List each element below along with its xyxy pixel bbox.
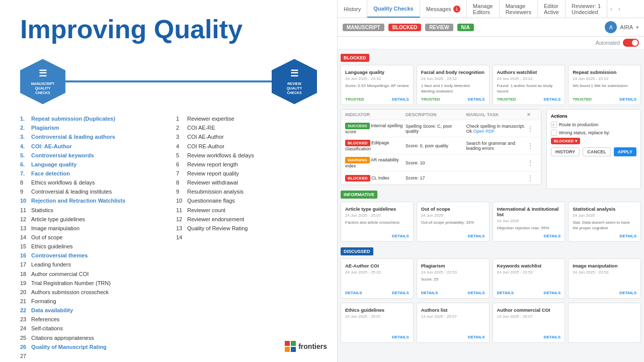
- card-out-of-scope-title: Out of scope: [421, 206, 485, 212]
- cancel-button[interactable]: CANCEL: [583, 147, 611, 156]
- tab-messages[interactable]: Messages 1: [420, 0, 467, 18]
- actions-box: Actions ✓ Route to production Wrong stat…: [546, 109, 641, 189]
- card-ae-author-coi-detail-l[interactable]: DETAILS: [345, 291, 362, 295]
- card-plagiarism-date: 24 Jun 2025 - 23:53: [421, 270, 485, 275]
- ar-desc: Score: 10: [406, 160, 466, 165]
- card-facial-details[interactable]: DETAILS: [468, 97, 485, 102]
- card-authors-watchlist-date: 24 Jun 2025 - 23:22: [497, 76, 561, 81]
- card-article-type-details[interactable]: DETAILS: [392, 234, 409, 238]
- card-language-quality-footer: TRUSTED DETAILS: [345, 97, 409, 102]
- list-item: 14Out of scope: [20, 233, 161, 242]
- username: AIRA: [620, 24, 633, 30]
- tab-reviewer[interactable]: Reviewer: 1Undecided: [566, 0, 607, 18]
- card-repeat-details[interactable]: DETAILS: [619, 97, 636, 102]
- detail-row-cl: BLOCKED CL Index Score: 17 ⋮: [341, 171, 541, 185]
- route-label: Route to production: [559, 122, 599, 127]
- card-image-manipulation-title: Image manipulation: [573, 263, 636, 268]
- list-item: 21Formating: [20, 297, 161, 306]
- tab-manage-reviewers[interactable]: ManageReviewers: [500, 0, 538, 18]
- automated-row: Automated: [338, 37, 644, 49]
- card-facial-footer: TRUSTED DETAILS: [421, 97, 485, 102]
- list-item: 9Resubmission analysis: [176, 187, 317, 196]
- avatar: A: [605, 21, 617, 33]
- card-keywords-watchlist-detail-l[interactable]: DETAILS: [497, 291, 514, 295]
- card-language-trusted[interactable]: TRUSTED: [345, 97, 364, 102]
- card-language-quality-body: Score: 0.52 Misspellings: AP review: [345, 83, 409, 88]
- row-menu-spelling[interactable]: ⋮: [527, 125, 537, 133]
- row-menu-ar[interactable]: ⋮: [527, 159, 537, 167]
- row-menu-editpage[interactable]: ⋮: [527, 142, 537, 150]
- list-item: 22Data availability: [20, 306, 161, 315]
- card-repeat-submission-body: We found 1 title for submission: [573, 83, 636, 88]
- manuscript-list: 1.Repeat submission (Duplicates) 2.Plagi…: [20, 114, 161, 360]
- action-buttons: HISTORY CANCEL APPLY: [551, 147, 636, 156]
- automated-toggle[interactable]: [623, 39, 639, 47]
- checkbox-route[interactable]: ✓: [551, 122, 557, 128]
- tab-editor-active[interactable]: EditorActive: [538, 0, 566, 18]
- card-plagiarism-detail-r[interactable]: DETAILS: [468, 291, 485, 295]
- card-repeat-submission: Repeat submission 24 Jun 2025 - 23:22 We…: [568, 65, 641, 105]
- card-image-manipulation: Image manipulation 24 Jun 2025 - 23:53 D…: [568, 258, 641, 299]
- card-author-commercial-coi: Author commercial COI 14 Jun 2025 - 25:0…: [493, 303, 566, 343]
- card-language-quality-title: Language quality: [345, 69, 409, 75]
- card-international-details[interactable]: DETAILS: [544, 234, 561, 238]
- card-out-of-scope-details[interactable]: DETAILS: [468, 234, 485, 238]
- tab-reviewer-label: Reviewer: 1Undecided: [572, 3, 601, 15]
- history-button[interactable]: HISTORY: [551, 147, 580, 156]
- card-ae-author-coi-date: 24 Jun 2025 - 25:22: [345, 270, 409, 275]
- card-keywords-watchlist-detail-r[interactable]: DETAILS: [544, 291, 561, 295]
- open-pdf-link[interactable]: Open PDF: [473, 129, 495, 134]
- tab-history[interactable]: History: [338, 0, 367, 18]
- list-item: 3COI AE-Author: [176, 132, 317, 141]
- card-ae-author-coi-detail-r[interactable]: DETAILS: [392, 291, 409, 295]
- card-authors-list-details[interactable]: DETAILS: [468, 335, 485, 339]
- tab-quality-checks[interactable]: Quality Checks: [367, 0, 420, 18]
- spelling-desc: Spelling Score: C, poor quality: [406, 124, 466, 134]
- manuscript-hex: ☰ MANUSCRIPTQUALITYCHECKS: [20, 59, 65, 104]
- nav-prev-arrow[interactable]: ‹: [607, 0, 615, 18]
- informative-cards-grid: Article type guidelines 24 Jun 2025 - 25…: [341, 202, 641, 242]
- checkbox-status[interactable]: [551, 130, 557, 136]
- card-international-date: 24 Jun 2025: [497, 219, 561, 223]
- card-plagiarism-footer: DETAILS DETAILS: [421, 291, 485, 295]
- card-facial-trusted[interactable]: TRUSTED: [421, 97, 440, 102]
- row-menu-cl[interactable]: ⋮: [527, 174, 537, 182]
- list-item: 11Reviewer count: [176, 206, 317, 215]
- frontiers-squares: [285, 341, 296, 352]
- card-authors-watchlist-trusted[interactable]: TRUSTED: [497, 97, 516, 102]
- card-authors-watchlist-footer: TRUSTED DETAILS: [497, 97, 561, 102]
- list-item: 10Questionnaire flags: [176, 196, 317, 205]
- apply-button[interactable]: APPLY: [614, 147, 636, 156]
- card-facial: Facial and body recognition 24 Jun 2025 …: [417, 65, 490, 105]
- list-item: 1Reviewer expertise: [176, 114, 317, 123]
- card-statistical-details[interactable]: DETAILS: [619, 234, 636, 238]
- card-article-type-footer: DETAILS: [345, 234, 409, 238]
- tab-history-label: History: [344, 6, 361, 12]
- discussed-section-label: DISCUSSED: [341, 247, 373, 255]
- card-language-details[interactable]: DETAILS: [392, 97, 409, 102]
- list-item: 16Controversial themes: [20, 251, 161, 260]
- card-authors-watchlist-details[interactable]: DETAILS: [544, 97, 561, 102]
- left-panel: Improving Quality ☰ MANUSCRIPTQUALITYCHE…: [0, 0, 337, 362]
- card-image-manipulation-footer: DETAILS: [573, 291, 636, 295]
- card-ethics-guidelines-details[interactable]: DETAILS: [392, 335, 409, 339]
- nav-next-arrow[interactable]: ›: [615, 0, 623, 18]
- list-item: 1.Repeat submission (Duplicates): [20, 114, 161, 123]
- actions-title: Actions: [551, 114, 636, 119]
- tab-manage-editors[interactable]: ManageEditors: [467, 0, 500, 18]
- card-image-manipulation-details[interactable]: DETAILS: [619, 291, 636, 295]
- card-out-of-scope: Out of scope 24 Jun 2025 Out-of-scope pr…: [417, 202, 490, 242]
- card-author-commercial-coi-details[interactable]: DETAILS: [544, 335, 561, 339]
- connector-line: [65, 80, 272, 82]
- card-repeat-submission-title: Repeat submission: [573, 69, 636, 75]
- badge-blocked-cl: BLOCKED: [345, 175, 370, 182]
- list-item: 6Review report length: [176, 160, 317, 169]
- card-plagiarism-title: Plagiarism: [421, 263, 485, 268]
- top-nav: History Quality Checks Messages 1 Manage…: [338, 0, 644, 18]
- status-dropdown[interactable]: BLOCKED ▾: [551, 138, 580, 144]
- card-repeat-trusted[interactable]: TRUSTED: [573, 97, 592, 102]
- tab-messages-label: Messages: [426, 6, 451, 12]
- lists-container: 1.Repeat submission (Duplicates) 2.Plagi…: [20, 114, 317, 360]
- card-plagiarism-detail-l[interactable]: DETAILS: [421, 291, 438, 295]
- editpage-task: Search for grammar and leading errors: [466, 141, 526, 151]
